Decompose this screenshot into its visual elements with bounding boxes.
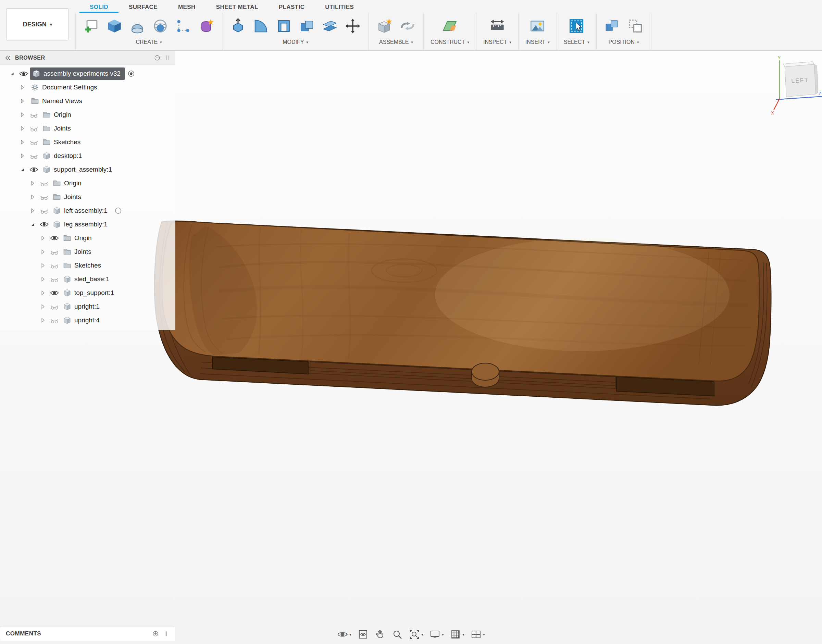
tree-row-sled-base-1[interactable]: sled_base:1 xyxy=(0,272,175,286)
visibility-hidden-icon[interactable] xyxy=(39,205,49,216)
toolbar-group-label-modify[interactable]: MODIFY▾ xyxy=(283,38,308,45)
expander-collapsed-icon[interactable] xyxy=(38,274,48,284)
tab-surface[interactable]: SURFACE xyxy=(118,1,168,13)
visibility-hidden-icon[interactable] xyxy=(49,260,60,271)
visibility-hidden-icon[interactable] xyxy=(39,192,49,202)
tree-item-body[interactable]: leg assembly:1 xyxy=(51,218,112,230)
orbit-icon[interactable]: ▾ xyxy=(337,629,351,640)
tree-item-body[interactable]: Origin xyxy=(61,232,96,244)
visibility-eye-icon[interactable] xyxy=(29,164,39,175)
box-primitive-icon[interactable] xyxy=(106,17,123,35)
insert-image-icon[interactable] xyxy=(528,17,546,35)
expander-collapsed-icon[interactable] xyxy=(17,96,28,106)
move-copy-icon[interactable] xyxy=(344,17,362,35)
cylinder-primitive-icon[interactable] xyxy=(129,17,146,35)
tree-item-body[interactable]: Joints xyxy=(40,122,75,135)
expander-expanded-icon[interactable] xyxy=(17,164,28,175)
tree-row-named-views[interactable]: Named Views xyxy=(0,94,175,108)
tree-item-body[interactable]: Joints xyxy=(61,245,96,258)
visibility-hidden-icon[interactable] xyxy=(29,137,39,147)
tab-sheet-metal[interactable]: SHEET METAL xyxy=(206,1,268,13)
offset-face-icon[interactable] xyxy=(321,17,339,35)
capture-position-icon[interactable] xyxy=(603,17,621,35)
tree-row-upright-4[interactable]: upright:4 xyxy=(0,313,175,327)
tree-row-joints[interactable]: Joints xyxy=(0,122,175,135)
toolbar-group-label-select[interactable]: SELECT▾ xyxy=(564,38,589,45)
tree-row-desktop-1[interactable]: desktop:1 xyxy=(0,149,175,163)
tree-item-body[interactable]: top_support:1 xyxy=(61,287,118,299)
visibility-hidden-icon[interactable] xyxy=(49,274,60,284)
expander-collapsed-icon[interactable] xyxy=(17,151,28,161)
tree-row-leg-assembly-1[interactable]: leg assembly:1 xyxy=(0,218,175,231)
tree-item-body[interactable]: desktop:1 xyxy=(40,150,86,162)
tree-row-origin[interactable]: Origin xyxy=(0,231,175,245)
visibility-hidden-icon[interactable] xyxy=(49,301,60,312)
create-form-icon[interactable] xyxy=(197,17,215,35)
tree-row-document-settings[interactable]: Document Settings xyxy=(0,81,175,94)
comments-bar[interactable]: COMMENTS xyxy=(0,626,175,641)
toolbar-group-label-position[interactable]: POSITION▾ xyxy=(609,38,639,45)
activate-component-radio[interactable] xyxy=(113,205,123,216)
measure-icon[interactable] xyxy=(488,17,506,35)
add-comment-icon[interactable] xyxy=(152,630,159,638)
tree-row-sketches[interactable]: Sketches xyxy=(0,135,175,149)
viewports-icon[interactable]: ▾ xyxy=(471,629,485,640)
design-menu-button[interactable]: DESIGN ▾ xyxy=(6,8,69,40)
collapse-panel-icon[interactable] xyxy=(4,54,12,62)
toolbar-group-label-inspect[interactable]: INSPECT▾ xyxy=(483,38,511,45)
expander-collapsed-icon[interactable] xyxy=(17,123,28,133)
look-at-icon[interactable] xyxy=(358,629,369,640)
toolbar-group-label-create[interactable]: CREATE▾ xyxy=(136,38,162,45)
tree-row-sketches[interactable]: Sketches xyxy=(0,259,175,272)
tree-item-body[interactable]: Origin xyxy=(51,177,86,189)
visibility-eye-icon[interactable] xyxy=(49,288,60,298)
tree-item-body[interactable]: left assembly:1 xyxy=(51,204,112,217)
create-sketch-icon[interactable] xyxy=(83,17,100,35)
expander-collapsed-icon[interactable] xyxy=(17,110,28,120)
zoom-icon[interactable] xyxy=(392,629,403,640)
tab-plastic[interactable]: PLASTIC xyxy=(268,1,315,13)
toolbar-group-label-insert[interactable]: INSERT▾ xyxy=(525,38,550,45)
tree-item-body[interactable]: support_assembly:1 xyxy=(40,163,116,176)
visibility-eye-icon[interactable] xyxy=(39,219,49,230)
tree-item-body[interactable]: Sketches xyxy=(61,259,105,271)
panel-grip-icon[interactable] xyxy=(162,630,170,638)
expander-collapsed-icon[interactable] xyxy=(17,137,28,147)
press-pull-icon[interactable] xyxy=(229,17,247,35)
shell-icon[interactable] xyxy=(275,17,293,35)
tree-item-body[interactable]: sled_base:1 xyxy=(61,273,113,285)
tree-item-body[interactable]: Joints xyxy=(51,191,85,203)
display-settings-icon[interactable]: ▾ xyxy=(430,629,444,640)
visibility-eye-icon[interactable] xyxy=(49,233,60,243)
construction-plane-icon[interactable] xyxy=(441,17,459,35)
view-cube[interactable]: Y X LEFT Z xyxy=(767,55,822,129)
expander-collapsed-icon[interactable] xyxy=(28,192,38,202)
expander-collapsed-icon[interactable] xyxy=(28,205,38,216)
tree-row-joints[interactable]: Joints xyxy=(0,245,175,259)
panel-grip-icon[interactable] xyxy=(164,54,171,62)
toolbar-group-label-assemble[interactable]: ASSEMBLE▾ xyxy=(379,38,413,45)
tree-row-left-assembly-1[interactable]: left assembly:1 xyxy=(0,204,175,218)
expander-collapsed-icon[interactable] xyxy=(38,315,48,325)
fillet-icon[interactable] xyxy=(252,17,270,35)
panel-options-icon[interactable] xyxy=(153,54,161,62)
expander-collapsed-icon[interactable] xyxy=(17,82,28,92)
tree-row-assembly-experiments-v32[interactable]: assembly experiments v32 xyxy=(0,67,175,81)
toolbar-group-label-construct[interactable]: CONSTRUCT▾ xyxy=(430,38,469,45)
tree-row-support-assembly-1[interactable]: support_assembly:1 xyxy=(0,163,175,176)
expander-collapsed-icon[interactable] xyxy=(38,233,48,243)
revert-position-icon[interactable] xyxy=(626,17,644,35)
expander-expanded-icon[interactable] xyxy=(7,69,17,79)
activate-component-radio[interactable] xyxy=(126,69,136,79)
expander-collapsed-icon[interactable] xyxy=(38,301,48,312)
tree-row-origin[interactable]: Origin xyxy=(0,176,175,190)
fit-icon[interactable]: ▾ xyxy=(409,629,423,640)
joint-icon[interactable] xyxy=(399,17,416,35)
tree-item-body[interactable]: Origin xyxy=(40,109,75,121)
tree-row-top-support-1[interactable]: top_support:1 xyxy=(0,286,175,300)
combine-icon[interactable] xyxy=(298,17,316,35)
grid-settings-icon[interactable]: ▾ xyxy=(450,629,464,640)
visibility-eye-icon[interactable] xyxy=(18,69,29,79)
tab-utilities[interactable]: UTILITIES xyxy=(315,1,364,13)
expander-collapsed-icon[interactable] xyxy=(38,247,48,257)
